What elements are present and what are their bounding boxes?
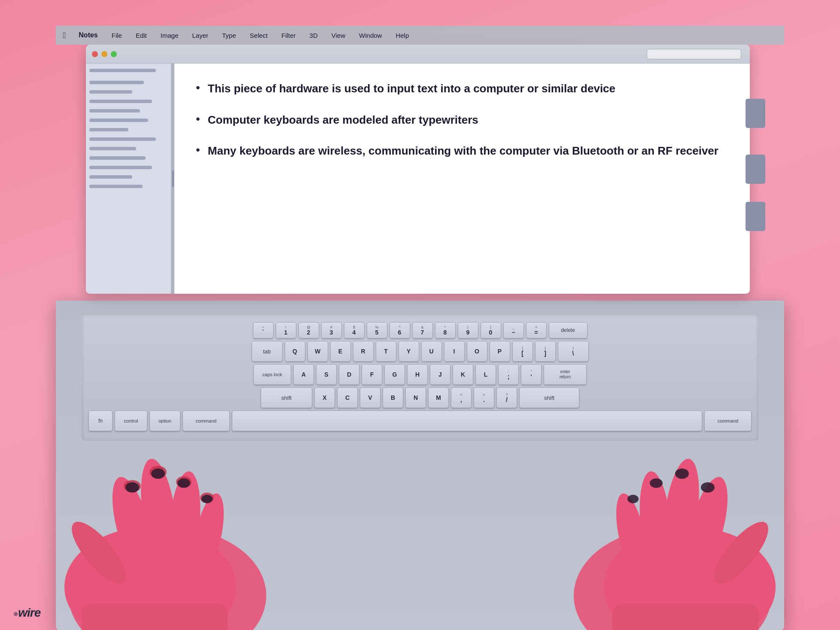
- menu-layer[interactable]: Layer: [190, 31, 211, 40]
- key-lbracket[interactable]: {[: [512, 341, 533, 362]
- scroll-block-2: [746, 155, 765, 184]
- sidebar-line: [89, 119, 148, 122]
- key-4[interactable]: $4: [344, 322, 365, 338]
- key-a[interactable]: A: [293, 364, 314, 385]
- key-t[interactable]: T: [376, 341, 396, 362]
- close-button[interactable]: [92, 51, 98, 57]
- key-k[interactable]: K: [453, 364, 473, 385]
- key-n[interactable]: N: [405, 387, 426, 408]
- menu-bar:  Notes File Edit Image Layer Type Selec…: [56, 26, 784, 45]
- sidebar-line: [89, 109, 140, 113]
- apple-logo-icon[interactable]: : [63, 30, 66, 40]
- sidebar-line: [89, 175, 132, 179]
- menu-image[interactable]: Image: [158, 31, 181, 40]
- menu-notes[interactable]: Notes: [76, 30, 100, 40]
- key-q[interactable]: Q: [285, 341, 305, 362]
- sidebar-line: [89, 100, 152, 103]
- key-tab[interactable]: tab: [252, 341, 283, 362]
- svg-rect-18: [612, 604, 758, 630]
- hand-right: [561, 381, 784, 630]
- key-g[interactable]: G: [384, 364, 405, 385]
- key-p[interactable]: P: [490, 341, 510, 362]
- svg-point-14: [177, 478, 190, 488]
- menu-3d[interactable]: 3D: [307, 31, 320, 40]
- key-quote[interactable]: "': [521, 364, 542, 385]
- key-m[interactable]: M: [428, 387, 449, 408]
- key-j[interactable]: J: [430, 364, 450, 385]
- key-h[interactable]: H: [407, 364, 428, 385]
- hand-left-svg: [56, 381, 279, 630]
- search-input[interactable]: [647, 49, 741, 59]
- menu-window[interactable]: Window: [356, 31, 384, 40]
- key-i[interactable]: I: [444, 341, 465, 362]
- key-d[interactable]: D: [339, 364, 359, 385]
- hand-left: [56, 381, 279, 630]
- sidebar-line: [89, 137, 156, 141]
- key-w[interactable]: W: [307, 341, 328, 362]
- note-item-2: • Computer keyboards are modeled after t…: [196, 112, 728, 128]
- svg-point-26: [650, 478, 663, 488]
- key-equals[interactable]: +=: [526, 322, 547, 338]
- key-minus[interactable]: _−: [503, 322, 524, 338]
- key-tilde[interactable]: ~`: [253, 322, 274, 338]
- sidebar-line: [89, 90, 132, 94]
- key-r[interactable]: R: [353, 341, 374, 362]
- key-0[interactable]: )0: [481, 322, 501, 338]
- main-content: • This piece of hardware is used to inpu…: [174, 64, 750, 294]
- note-item-3: • Many keyboards are wireless, communica…: [196, 143, 728, 159]
- key-slash[interactable]: ?/: [496, 387, 517, 408]
- svg-point-27: [627, 495, 639, 503]
- minimize-button[interactable]: [101, 51, 107, 57]
- key-delete[interactable]: delete: [549, 322, 587, 338]
- menu-type[interactable]: Type: [219, 31, 239, 40]
- keyboard-row-2: tab Q W E R T Y U I O P {[ }] |\: [88, 341, 752, 362]
- sidebar-line: [89, 81, 144, 84]
- menu-file[interactable]: File: [109, 31, 125, 40]
- note-text-1: This piece of hardware is used to input …: [208, 81, 615, 96]
- window-content: • This piece of hardware is used to inpu…: [86, 64, 750, 294]
- key-comma[interactable]: <,: [451, 387, 472, 408]
- sidebar-line: [89, 156, 146, 160]
- hand-right-svg: [561, 381, 784, 630]
- traffic-lights: [92, 51, 117, 57]
- key-rbracket[interactable]: }]: [535, 341, 556, 362]
- key-5[interactable]: %5: [367, 322, 387, 338]
- key-l[interactable]: L: [475, 364, 496, 385]
- key-6[interactable]: ^6: [390, 322, 410, 338]
- svg-point-15: [201, 495, 213, 503]
- sidebar-line: [89, 128, 128, 131]
- menu-filter[interactable]: Filter: [279, 31, 298, 40]
- menu-select[interactable]: Select: [247, 31, 271, 40]
- key-period[interactable]: >.: [474, 387, 494, 408]
- key-o[interactable]: O: [467, 341, 487, 362]
- bullet-icon-1: •: [196, 79, 200, 97]
- maximize-button[interactable]: [111, 51, 117, 57]
- menu-view[interactable]: View: [329, 31, 348, 40]
- key-b[interactable]: B: [383, 387, 403, 408]
- note-text-2: Computer keyboards are modeled after typ…: [208, 112, 478, 128]
- key-semicolon[interactable]: :;: [498, 364, 519, 385]
- key-3[interactable]: #3: [321, 322, 342, 338]
- menu-help[interactable]: Help: [393, 31, 411, 40]
- keyboard-row-1: ~` !1 @2 #3 $4 %5 ^6 &7 *8 (9 )0 _− += d…: [88, 322, 752, 338]
- key-y[interactable]: Y: [399, 341, 419, 362]
- window-titlebar: [86, 45, 750, 64]
- sidebar-divider[interactable]: [172, 64, 174, 294]
- key-e[interactable]: E: [330, 341, 351, 362]
- key-u[interactable]: U: [421, 341, 442, 362]
- svg-point-12: [125, 482, 139, 493]
- key-2[interactable]: @2: [298, 322, 319, 338]
- key-7[interactable]: &7: [412, 322, 433, 338]
- app-window: • This piece of hardware is used to inpu…: [86, 45, 750, 294]
- key-s[interactable]: S: [316, 364, 337, 385]
- menu-edit[interactable]: Edit: [133, 31, 149, 40]
- key-f[interactable]: F: [362, 364, 382, 385]
- key-9[interactable]: (9: [458, 322, 478, 338]
- key-v[interactable]: V: [360, 387, 380, 408]
- key-8[interactable]: *8: [435, 322, 456, 338]
- sidebar-line: [89, 185, 143, 188]
- key-1[interactable]: !1: [276, 322, 296, 338]
- key-c[interactable]: C: [337, 387, 358, 408]
- key-x[interactable]: X: [314, 387, 335, 408]
- key-backslash[interactable]: |\: [558, 341, 589, 362]
